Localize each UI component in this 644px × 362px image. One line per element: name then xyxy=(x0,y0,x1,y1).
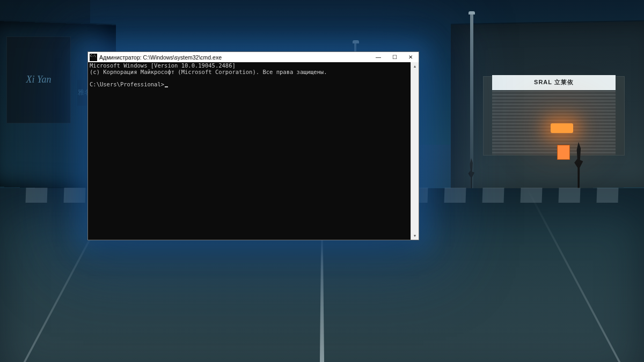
wallpaper-neon-light xyxy=(551,123,573,133)
vertical-scrollbar[interactable]: ▴ ▾ xyxy=(411,62,419,240)
wallpaper-banner-left: Xi Yan xyxy=(6,36,71,123)
terminal-line: Microsoft Windows [Version 10.0.19045.24… xyxy=(90,62,236,69)
close-button[interactable]: ✕ xyxy=(402,52,419,62)
wallpaper-warning-sign xyxy=(557,145,570,160)
cmd-window[interactable]: Администратор: C:\Windows\system32\cmd.e… xyxy=(87,51,419,240)
terminal-output[interactable]: Microsoft Windows [Version 10.0.19045.24… xyxy=(88,62,411,240)
wallpaper-storefront: SRAL 立莱依 xyxy=(483,76,625,156)
maximize-button[interactable]: ☐ xyxy=(386,52,402,62)
window-title: Администратор: C:\Windows\system32\cmd.e… xyxy=(99,54,370,61)
terminal-prompt: C:\Users\Professional> xyxy=(90,81,164,87)
titlebar[interactable]: Администратор: C:\Windows\system32\cmd.e… xyxy=(88,52,419,62)
scrollbar-up-arrow-icon[interactable]: ▴ xyxy=(411,62,419,70)
window-client-area: Microsoft Windows [Version 10.0.19045.24… xyxy=(88,62,419,240)
minimize-button[interactable]: — xyxy=(370,52,386,62)
window-controls: — ☐ ✕ xyxy=(370,52,419,62)
wallpaper-storefront-sign: SRAL 立莱依 xyxy=(492,75,616,90)
scrollbar-down-arrow-icon[interactable]: ▾ xyxy=(411,232,419,240)
terminal-cursor xyxy=(165,86,168,87)
terminal-line: (c) Корпорация Майкрософт (Microsoft Cor… xyxy=(90,69,327,75)
scrollbar-track[interactable] xyxy=(411,70,419,232)
cmd-icon xyxy=(90,54,97,61)
